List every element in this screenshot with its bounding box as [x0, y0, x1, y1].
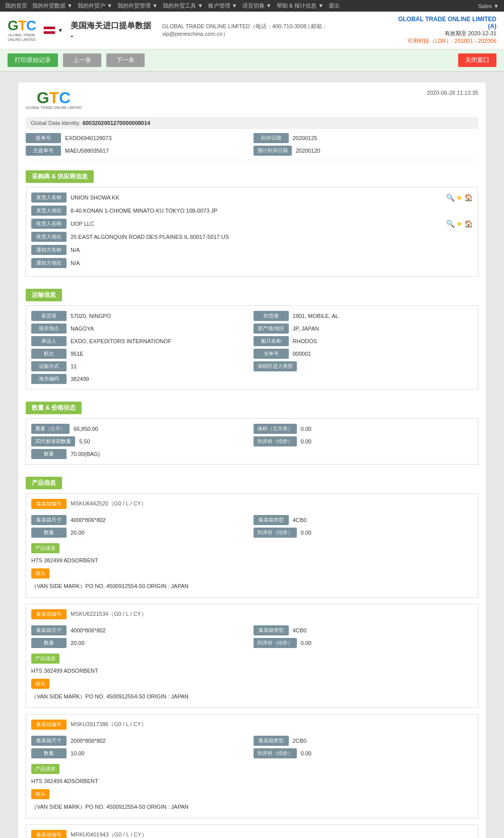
nav-sales[interactable]: Sales ▼	[478, 3, 499, 9]
record-header: GTC GLOBAL TRADE ONLINE LIMITED 2020-06-…	[26, 90, 478, 109]
bill-no-value: EXDO6940128073	[63, 134, 251, 142]
notify-addr-row: 通知方地址 N/A	[31, 258, 473, 268]
global-data-row: Global Data Identity 6003202001270000008…	[26, 117, 478, 129]
p1-size-value: 4000*806*802	[69, 516, 251, 524]
notify-name-row: 通知方名称 N/A	[31, 245, 473, 255]
consignee-name-value: UOP LLC	[69, 220, 444, 228]
master-bill-row: 主提单号 MAEU588035617	[26, 146, 251, 156]
p3-price-value: 0.00	[299, 749, 473, 757]
main-content: GTC GLOBAL TRADE ONLINE LIMITED 2020-06-…	[18, 82, 486, 838]
arrival-date-row: 到岸日期 20200125	[254, 133, 479, 143]
nav-logout[interactable]: 退出	[329, 2, 340, 10]
unit-price-value: 0.00	[299, 437, 473, 445]
container20-row: 20尺标准箱数量 5.50	[31, 436, 251, 446]
nav-export-management[interactable]: 我的外贸管理 ▼	[117, 2, 158, 10]
p1-type-value: 4CB0	[291, 516, 473, 524]
bonded-row: 保税区进入类型	[254, 361, 473, 371]
consignee-home-icon[interactable]: 🏠	[464, 220, 473, 228]
gtc-logo-text: GTC	[8, 19, 36, 33]
shipper-addr-row: 发货人地址 8-40 KONAN 1-CHIOME MINATO-KU TOKY…	[31, 206, 473, 216]
product-item-2: 集装箱编号 MSKU6221534（G0 / L / CY） 集装箱尺寸 400…	[26, 604, 478, 708]
consignee-name-label: 收货人名称	[31, 219, 67, 229]
container20-label: 20尺标准箱数量	[31, 436, 75, 446]
voyage-row: 航次 951E	[31, 349, 251, 359]
p2-price-row: 到岸价（结价） 0.00	[254, 638, 473, 648]
unit-price-label: 到岸价（结价）	[254, 436, 297, 446]
nav-export-data[interactable]: 我的外贸数据 ▼	[32, 2, 73, 10]
consignee-addr-row: 收货人地址 25 EAST ALGONQUIN ROAD DES PLAINES…	[31, 232, 473, 242]
customs-row: 海关编码 382499	[31, 374, 473, 384]
container-badge-4: 集装箱编号 MRKU0401943（G0 / L / CY）	[31, 830, 473, 838]
p3-price-label: 到岸价（结价）	[254, 748, 297, 758]
p2-marks-label: 箱头	[31, 679, 49, 689]
loading-port-value: 57020, NINGPO	[69, 312, 251, 320]
shipping-title: 运输信息	[26, 289, 62, 301]
logo-subtitle: GLOBAL TRADEONLINE LIMITED	[8, 33, 36, 42]
container-no-value-2: MSKU6221534（G0 / L / CY）	[71, 611, 147, 617]
p1-marks-label: 箱头	[31, 568, 49, 578]
header-right: GLOBAL TRADE ONLINE LIMITED (A) 有效期至 202…	[390, 16, 496, 45]
volume-label: 体积（立方米）	[254, 424, 297, 434]
record-logo-c: C	[59, 89, 71, 107]
nav-help[interactable]: 帮助 & 报计信息 ▼	[277, 2, 324, 10]
master-bill-label: 主提单号	[26, 146, 61, 156]
product-item-3: 集装箱编号 MSKU3917386（G0 / L / CY） 集装箱尺寸 200…	[26, 714, 478, 818]
shipper-addr-value: 8-40 KONAN 1-CHIOME MINATO-KU TOKYO 108-…	[69, 207, 473, 215]
next-button[interactable]: 下一条	[106, 53, 145, 67]
shipping-grid: 装货港 57020, NINGPO 卸货港 1901, MOBILE, AL 报…	[31, 311, 473, 371]
shipper-home-icon[interactable]: 🏠	[464, 194, 473, 202]
product-2-grid: 集装箱尺寸 4000*806*802 集装箱类型 4CB0 数量 20.00 到…	[31, 625, 473, 648]
qty-label: 数量	[31, 449, 67, 459]
p2-type-label: 集装箱类型	[254, 625, 289, 635]
qty-row: 数量 70.00(BAG)	[31, 449, 473, 459]
p3-qty-label: 数量	[31, 748, 67, 758]
weight-value: 66,850.00	[72, 425, 251, 433]
notify-name-label: 通知方名称	[31, 245, 67, 255]
nav-export-customers[interactable]: 我的外贸户 ▼	[78, 2, 112, 10]
vessel-row: 船只名称 RHODOS	[254, 336, 473, 346]
flag-dropdown[interactable]: ▼	[57, 27, 63, 33]
shipper-star-icon[interactable]: ★	[456, 194, 463, 202]
gtc-logo-box: GTC GLOBAL TRADEONLINE LIMITED	[8, 19, 36, 42]
p2-marks-area: 箱头 （VAN SIDE MARK）PO NO. 4500912554-50 O…	[31, 676, 473, 700]
container-no-label-3: 集装箱编号	[31, 720, 67, 730]
nav-export-tools[interactable]: 我的外贸工具 ▼	[163, 2, 203, 10]
weight-label: 重量（公斤）	[31, 424, 70, 434]
consignee-addr-label: 收货人地址	[31, 232, 67, 242]
p3-size-label: 集装箱尺寸	[31, 736, 67, 746]
buyer-seller-section: 采购商 & 供应商信息 发货人名称 UNION SHOWA KK 🔍 ★ 🏠 发…	[26, 164, 478, 277]
container-no-label-4: 集装箱编号	[31, 830, 67, 838]
print-button[interactable]: 打印原始记录	[8, 53, 58, 67]
shipping-block: 装货港 57020, NINGPO 卸货港 1901, MOBILE, AL 报…	[26, 305, 478, 390]
consignee-search-icon[interactable]: 🔍	[446, 220, 455, 228]
buyer-seller-title: 采购商 & 供应商信息	[26, 170, 94, 183]
weight-row: 重量（公斤） 66,850.00	[31, 424, 251, 434]
nav-account[interactable]: 账户管理 ▼	[208, 2, 237, 10]
voyage-value: 951E	[69, 350, 251, 358]
shipper-search-icon[interactable]: 🔍	[446, 194, 455, 202]
shipper-name-label: 发货人名称	[31, 192, 67, 203]
logo: GTC GLOBAL TRADEONLINE LIMITED	[8, 19, 36, 42]
loading-port-label: 装货港	[31, 311, 67, 321]
page-header: GTC GLOBAL TRADEONLINE LIMITED ▼ 美国海关进口提…	[0, 12, 504, 49]
bill-lading-value: 000001	[291, 350, 473, 358]
consignee-star-icon[interactable]: ★	[456, 220, 463, 228]
arrival-date-value: 20200125	[291, 134, 479, 142]
origin-label: 报关地点	[31, 324, 67, 334]
arrival-date-label: 到岸日期	[254, 133, 289, 143]
close-button[interactable]: 关闭窗口	[458, 53, 496, 67]
planned-arrival-row: 预计到岸日期 20200120	[254, 146, 479, 156]
p3-marks-label: 箱头	[31, 789, 49, 799]
shipper-actions: 🔍 ★ 🏠	[446, 194, 473, 202]
p2-price-label: 到岸价（结价）	[254, 638, 297, 648]
p1-qty-label: 数量	[31, 528, 67, 538]
container-no-value-1: MSKU6442520（G0 / L / CY）	[71, 500, 147, 506]
flag-selector[interactable]: ▼	[43, 26, 63, 34]
unit-price-row: 到岸价（结价） 0.00	[254, 436, 473, 446]
nav-language[interactable]: 语言切换 ▼	[242, 2, 272, 10]
p2-type-row: 集装箱类型 4CB0	[254, 625, 473, 635]
p3-size-row: 集装箱尺寸 2000*806*802	[31, 736, 251, 746]
prev-button[interactable]: 上一条	[63, 53, 101, 67]
nav-home[interactable]: 我的首页	[5, 2, 27, 10]
products-title: 产品信息	[26, 477, 62, 489]
